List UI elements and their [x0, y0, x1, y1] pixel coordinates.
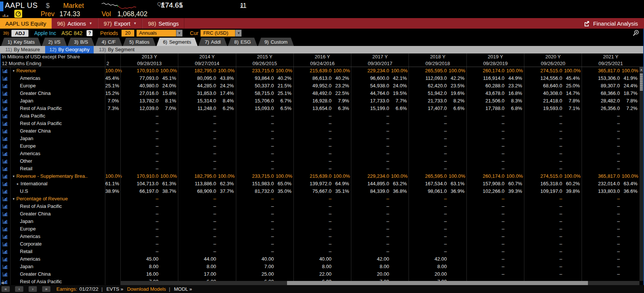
modl-link[interactable]: MODL » — [174, 286, 192, 292]
collapse-arrow-icon[interactable]: ▾ — [13, 67, 15, 75]
tab-b-s[interactable]: 3)B/S — [68, 38, 95, 46]
bar-chart-icon[interactable] — [0, 195, 11, 203]
tab-key-stats[interactable]: 1)Key Stats — [1, 38, 41, 46]
row-label[interactable]: Americas — [11, 150, 105, 157]
tab-esg[interactable]: 8)ESG — [228, 38, 257, 46]
next-page-button[interactable]: › — [29, 286, 37, 292]
bar-chart-icon[interactable] — [0, 188, 11, 195]
last-page-button[interactable]: » — [42, 286, 50, 292]
menubar-item-actions[interactable]: 96)Actions▼ — [52, 18, 98, 29]
scroll-left-arrow-icon[interactable]: ◀ — [1, 281, 4, 285]
tab-custom[interactable]: 9)Custom — [258, 38, 294, 46]
row-label[interactable]: Japan — [11, 135, 105, 142]
row-label[interactable]: Japan — [11, 263, 105, 270]
row-label[interactable]: Rest of Asia Pacific — [11, 120, 105, 127]
row-label[interactable]: Rest of Asia Pacific — [11, 105, 105, 112]
tab-addl[interactable]: 7)Addl — [198, 38, 227, 46]
chevron-down-icon[interactable]: ▼ — [235, 30, 242, 37]
download-models-link[interactable]: Download Models — [127, 286, 166, 292]
bar-chart-icon[interactable] — [0, 120, 11, 127]
bar-chart-icon[interactable] — [0, 240, 11, 248]
horizontal-scrollbar-thumb[interactable] — [287, 281, 588, 285]
row-label[interactable]: Greater China — [11, 90, 105, 97]
row-label[interactable]: Retail — [11, 248, 105, 255]
row-label[interactable]: Other — [11, 157, 105, 165]
bar-chart-icon[interactable] — [0, 203, 11, 210]
bar-chart-icon[interactable] — [0, 67, 11, 75]
subtab-by-geography[interactable]: 12)By Geography — [45, 46, 94, 53]
bar-chart-icon[interactable] — [0, 90, 11, 97]
row-label[interactable]: Rest of Asia Pacific — [11, 203, 105, 210]
frequency-value[interactable]: Annuals — [137, 30, 176, 37]
bar-chart-icon[interactable] — [0, 270, 11, 278]
row-label[interactable]: Americas — [11, 75, 105, 82]
panel-handle[interactable] — [0, 2, 3, 11]
row-label[interactable]: Europe — [11, 82, 105, 90]
bar-chart-icon[interactable] — [0, 263, 11, 270]
vertical-scrollbar-thumb[interactable] — [640, 73, 643, 91]
collapse-arrow-icon[interactable]: ▾ — [13, 172, 15, 180]
row-label[interactable]: Rest of Asia Pacific — [11, 278, 105, 285]
menubar-item-export[interactable]: 97)Export▼ — [98, 18, 142, 29]
open-in-window-icon[interactable] — [584, 21, 589, 26]
expand-arrow-icon[interactable]: ▸ — [17, 180, 19, 188]
collapse-arrow-icon[interactable]: ▾ — [13, 195, 15, 203]
tab-segments[interactable]: 6)Segments — [156, 38, 197, 46]
bar-chart-icon[interactable] — [0, 225, 11, 233]
adjusted-toggle-button[interactable]: ADJ — [11, 30, 29, 37]
row-label[interactable]: ▾Revenue — [11, 67, 105, 75]
bar-chart-icon[interactable] — [0, 180, 11, 188]
currency-dropdown[interactable]: FRC (USD) ▼ — [200, 30, 242, 37]
row-label[interactable]: Europe — [11, 142, 105, 150]
tab-c-f[interactable]: 4)C/F — [95, 38, 122, 46]
first-page-button[interactable]: « — [2, 286, 10, 292]
scroll-up-arrow-icon[interactable]: ▲ — [639, 67, 643, 72]
bar-chart-icon[interactable] — [0, 255, 11, 263]
menubar-item-settings[interactable]: 98)Settings — [142, 18, 184, 29]
bar-chart-icon[interactable] — [0, 97, 11, 105]
row-label[interactable]: Japan — [11, 218, 105, 225]
row-label[interactable]: Corporate — [11, 240, 105, 248]
row-label[interactable]: Europe — [11, 225, 105, 233]
row-label[interactable]: Greater China — [11, 210, 105, 218]
row-label[interactable]: Greater China — [11, 127, 105, 135]
frequency-dropdown[interactable]: Annuals ▼ — [137, 30, 182, 37]
security-selector-button[interactable]: AAPL US Equity — [0, 18, 52, 29]
tab-i-s[interactable]: 2)I/S — [42, 38, 67, 46]
bar-chart-icon[interactable] — [0, 157, 11, 165]
chevron-down-icon[interactable]: ▼ — [176, 30, 182, 37]
row-label[interactable]: Americas — [11, 255, 105, 263]
bar-chart-icon[interactable] — [0, 233, 11, 240]
evts-link[interactable]: EVTS » — [106, 286, 123, 292]
prev-page-button[interactable]: ‹ — [15, 286, 23, 292]
bar-chart-icon[interactable] — [0, 75, 11, 82]
horizontal-scrollbar[interactable] — [120, 281, 639, 285]
bar-chart-icon[interactable] — [0, 142, 11, 150]
bar-chart-icon[interactable] — [0, 112, 11, 120]
bar-chart-icon[interactable] — [0, 165, 11, 172]
tab-ratios[interactable]: 5)Ratios — [123, 38, 156, 46]
bar-chart-icon[interactable] — [0, 210, 11, 218]
bar-chart-icon[interactable] — [0, 172, 11, 180]
row-label[interactable]: Japan — [11, 97, 105, 105]
bar-chart-icon[interactable] — [0, 135, 11, 142]
zoom-search-icon[interactable] — [632, 29, 639, 37]
currency-value[interactable]: FRC (USD) — [200, 30, 235, 37]
bar-chart-icon[interactable] — [0, 150, 11, 157]
row-label[interactable]: ▾Revenue - Supplementary Brea.. — [11, 172, 105, 180]
bar-chart-icon[interactable] — [0, 105, 11, 112]
row-label[interactable]: Americas — [11, 233, 105, 240]
periods-input[interactable]: 20 — [122, 30, 134, 37]
row-label[interactable]: U.S — [11, 188, 105, 195]
row-label[interactable]: Greater China — [11, 270, 105, 278]
vertical-scrollbar[interactable]: ▲ — [639, 67, 643, 281]
subtab-by-measure[interactable]: 11)By Measure — [1, 46, 44, 53]
subtab-by-segment[interactable]: 13)By Segment — [95, 46, 139, 53]
help-button[interactable]: ? — [87, 30, 93, 36]
row-label[interactable]: ▾Percentage of Revenue — [11, 195, 105, 203]
row-label[interactable]: Asia Pacific — [11, 112, 105, 120]
row-label[interactable]: Retail — [11, 165, 105, 172]
bar-chart-icon[interactable] — [0, 127, 11, 135]
row-label[interactable]: ▸International — [11, 180, 105, 188]
bar-chart-icon[interactable] — [0, 218, 11, 225]
